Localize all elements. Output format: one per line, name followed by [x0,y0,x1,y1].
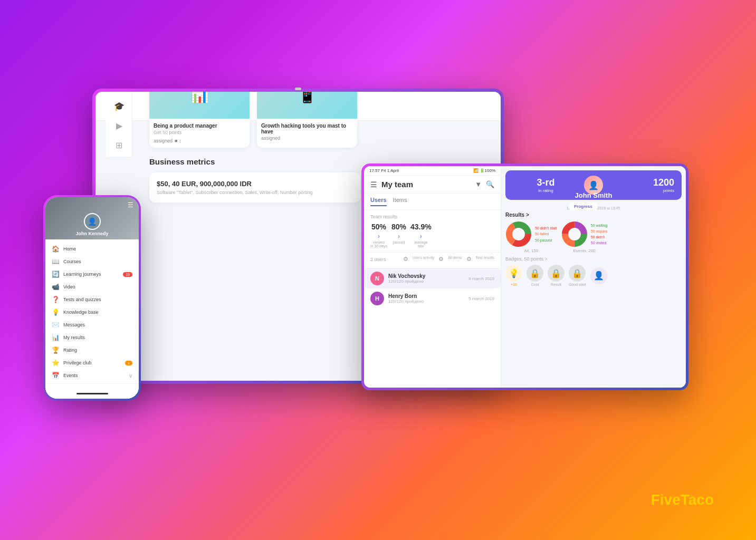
badge-user[interactable]: 👤 [590,267,607,284]
tablet-hamburger-icon[interactable]: ☰ [370,180,377,189]
metric-passed-value: 80% [391,223,406,231]
business-metrics-card: $50, 40 EUR, 900,000,000 IDR Software "T… [149,172,360,202]
donut-legend-1: 50 didn't start 50 failed 50 passed [535,225,557,243]
team-results-label: Team results [370,214,494,219]
phone-user-name: John Kennedy [75,231,108,236]
course-title-1: Being a product manager [154,123,245,129]
users-activity-label: Users activity [413,256,435,263]
fivetaco-logo: FiveTaco [651,491,714,508]
phone-courses-icon: 📖 [52,258,59,265]
phone-nav-courses-label: Courses [63,259,81,264]
donut-chart-1-container: 50 didn't start 50 failed 50 passed All,… [505,221,557,253]
metric-viewed: 50% › viewedin 30 days [370,223,387,248]
phone-nav-events[interactable]: 📅 Events ∨ [45,369,139,382]
phone-nav-journeys-label: Learning journeys [63,272,101,277]
user-avatar-2: H [370,292,384,305]
donut-chart-1: 50 didn't start 50 failed 50 passed [505,221,557,247]
metric-avg-label: averagerate [410,240,432,248]
results-metrics: 50% › viewedin 30 days 80% › passed 43.9… [370,223,494,248]
badge-goodstart-icon: 🔒 [569,265,586,282]
tab-items[interactable]: Items [393,197,407,206]
phone-nav-events-label: Events [63,373,78,378]
badge-result-icon: 🔒 [548,265,564,282]
course-card-img-1: 📊 [149,92,250,119]
phone-nav-knowledge-label: Knowledge base [63,310,99,315]
user-name-1: Nik Vochovsky [388,273,464,279]
phone-nav-journeys[interactable]: 🔄 Learning journeys 19 [45,268,139,281]
phone-screen: 👤 John Kennedy ☰ 🏠 Home 📖 Courses 🔄 Lear… [43,195,141,401]
course-card-2[interactable]: 📱 Growth hacking tools you mast to have … [257,92,357,148]
phone-menu-icon[interactable]: ☰ [128,201,133,209]
donut-chart-2-container: 50 waiting 50 require 50 didn't 50 visit… [561,221,608,253]
badge-result-label: Result [551,283,561,286]
desktop-topbar: ☰ 🏠 🎓 ▶ ⊞ CleverLMS Fill the questionnai… [95,92,501,121]
phone-results-icon: 📊 [52,334,59,341]
tablet-search-icon[interactable]: 🔍 [486,180,494,188]
phone-nav-courses[interactable]: 📖 Courses [45,255,139,268]
results-panel: Results > 50 didn't start 50 [505,212,682,253]
tablet-left-panel: 17:57 Fri 1 April 📶 🔋100% ☰ My team ▼ 🔍 … [364,166,501,388]
badge-cool: 🔒 Cool [527,265,543,286]
user-name-2: Henry Born [388,293,464,299]
play-icon[interactable]: ▶ [116,121,122,131]
badges-section: Badges, 50 points > 💡 +10 🔒 Cool 🔒 Resul… [505,256,682,286]
badge-goodstart-label: Good start [569,283,586,286]
user-name-col-2: Henry Born 120/120 пройдено [388,293,464,304]
test-results-icon[interactable]: ⚙ [466,256,472,263]
rank-number: 3-rd [513,177,579,188]
course-card-1[interactable]: 📊 Being a product manager Get 50 points … [149,92,250,148]
battery-icon: 🔋100% [480,168,495,173]
tablet-status-bar: 17:57 Fri 1 April 📶 🔋100% [364,166,501,176]
badges-header[interactable]: Badges, 50 points > [505,256,682,262]
user-date-2: 5 march 2019 [468,296,494,301]
fivetaco-text: FiveTaco [651,491,714,508]
detail-tab-info[interactable]: Info [601,202,618,210]
grid-icon[interactable]: ⊞ [116,140,122,150]
course-card-img-2: 📱 [257,92,357,119]
tablet-filter-icon[interactable]: ▼ [475,180,482,188]
phone-nav-privilege[interactable]: ⭐ Privilege club 1 [45,356,139,369]
detail-tab-progress[interactable]: Progress [569,202,598,210]
badge-plus10: 💡 +10 [505,265,522,286]
all-items-icon[interactable]: ⚙ [438,256,444,263]
user-name-col-1: Nik Vochovsky 120/120 пройдено [388,273,464,284]
rank-info: 3-rd in rating [513,177,579,193]
results-header[interactable]: Results > [505,212,682,218]
user-row-2[interactable]: H Henry Born 120/120 пройдено 5 march 20… [364,288,501,308]
phone-bottom [45,388,139,399]
badge-cool-icon: 🔒 [527,265,543,282]
chart1-label: All, 150 [524,248,539,253]
metric-avg: 43.9% › averagerate [410,223,432,248]
legend-visited: 50 visited [591,240,608,246]
user-row-1[interactable]: N Nik Vochovsky 120/120 пройдено 8 march… [364,268,501,288]
phone-nav-video[interactable]: 📹 Video [45,281,139,293]
phone-nav-results-label: My results [63,335,85,340]
phone-nav-home[interactable]: 🏠 Home [45,243,139,255]
team-results: Team results 50% › viewedin 30 days 80% … [364,210,501,253]
phone-messages-icon: ✉️ [52,321,59,329]
phone-journeys-badge: 19 [123,272,132,277]
badge-plus10-label: +10 [511,283,517,286]
users-section: 2 users ⚙ Users activity ⚙ All items ⚙ T… [364,253,501,268]
metric-viewed-value: 50% [370,223,387,231]
phone-nav-tests[interactable]: ❓ Tests and quizzes [45,293,139,306]
tablet-screen: 17:57 Fri 1 April 📶 🔋100% ☰ My team ▼ 🔍 … [361,163,688,390]
metric-passed-label: passed [391,240,406,244]
phone-nav-messages[interactable]: ✉️ Messages [45,319,139,331]
users-count: 2 users [370,257,386,262]
donut-svg-2 [561,221,588,247]
phone-nav-rating[interactable]: 🏆 Rating [45,344,139,356]
users-activity-icon[interactable]: ⚙ [403,256,408,263]
tab-users[interactable]: Users [370,197,387,206]
course-icon[interactable]: 🎓 [114,101,125,111]
user-detail-name: John Smith [505,191,682,199]
badge-user-icon: 👤 [590,267,607,284]
donut-svg-1 [505,221,532,247]
donut-legend-2: 50 waiting 50 require 50 didn't 50 visit… [591,223,608,246]
test-results-label: Test results [476,256,494,263]
phone-events-icon: 📅 [52,372,59,379]
user-date-1: 8 march 2019 [468,276,494,281]
phone-events-chevron: ∨ [129,373,132,379]
phone-nav-knowledge[interactable]: 💡 Knowledge base [45,306,139,319]
phone-nav-results[interactable]: 📊 My results [45,331,139,344]
